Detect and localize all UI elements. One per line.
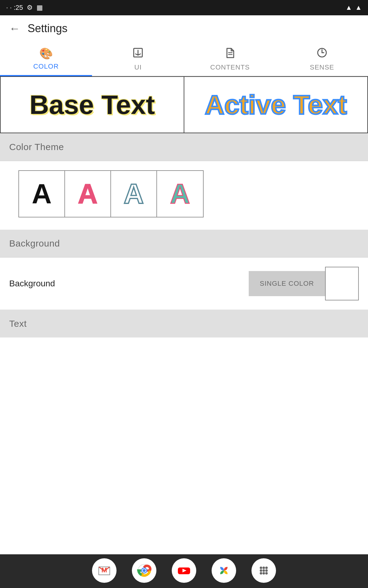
preview-container: Base Text Active Text [0,76,368,133]
background-section-label: Background [9,238,60,248]
tab-ui[interactable]: UI [92,42,184,76]
nav-youtube[interactable] [172,558,196,583]
background-section-header: Background [0,230,368,257]
status-right: ▲ ▲ [345,4,362,12]
contents-tab-label: CONTENTS [210,63,250,71]
svg-point-25 [265,569,268,572]
svg-point-24 [263,569,265,572]
tab-contents[interactable]: CONTENTS [184,42,276,76]
nav-apps[interactable] [251,558,276,583]
wifi-icon: ▲ [345,4,352,12]
background-area: Background SINGLE COLOR [0,258,368,310]
contents-tab-icon [224,47,236,61]
status-time: · · :25 [6,4,23,12]
svg-point-23 [260,569,262,572]
tabs-container: 🎨 COLOR UI CONTENTS [0,42,368,76]
single-color-option[interactable]: SINGLE COLOR [249,271,325,296]
color-tab-icon: 🎨 [39,47,53,60]
base-text-preview: Base Text [29,89,155,120]
background-row: Background SINGLE COLOR [9,267,359,300]
swatch-black[interactable]: A [19,171,65,217]
svg-point-14 [143,569,146,572]
tab-sense[interactable]: SENSE [276,42,368,76]
svg-point-21 [263,567,265,569]
header: ← Settings [0,15,368,42]
nav-chrome[interactable] [132,558,156,583]
nav-gmail[interactable]: M [92,558,117,583]
status-left: · · :25 ⚙ ▦ [6,4,43,12]
tab-color[interactable]: 🎨 COLOR [0,42,92,76]
color-theme-area: A A A A [0,161,368,230]
text-section-label: Text [9,318,27,329]
active-text-preview: Active Text [205,89,347,120]
back-button[interactable]: ← [9,22,20,35]
color-theme-label: Color Theme [9,142,64,152]
color-tab-label: COLOR [33,62,59,70]
nav-photos[interactable] [212,558,236,583]
svg-point-22 [265,567,268,569]
swatch-letter-pink: A [78,178,98,210]
sense-tab-icon [316,47,328,61]
signal-icon: ▲ [355,4,362,12]
swatch-pink[interactable]: A [65,171,111,217]
sense-tab-label: SENSE [310,63,334,71]
preview-base: Base Text [1,77,184,133]
swatch-letter-black: A [32,178,52,210]
ui-tab-label: UI [134,63,142,71]
svg-point-28 [265,572,268,575]
status-bar: · · :25 ⚙ ▦ ▲ ▲ [0,0,368,15]
white-color-option[interactable] [325,267,359,300]
ui-tab-icon [132,47,144,61]
svg-point-27 [263,572,265,575]
preview-active: Active Text [184,77,367,133]
background-label: Background [9,279,55,288]
svg-point-20 [260,567,262,569]
battery-icon: ▦ [36,4,43,12]
color-theme-header: Color Theme [0,133,368,161]
swatch-letter-multi: A [170,178,190,210]
settings-icon: ⚙ [27,4,33,12]
swatch-multi[interactable]: A [157,171,203,217]
bottom-nav: M [0,554,368,588]
swatch-outline[interactable]: A [111,171,157,217]
background-options: SINGLE COLOR [249,267,359,300]
swatch-row: A A A A [18,170,204,217]
page-title: Settings [28,22,67,35]
single-color-label: SINGLE COLOR [260,280,314,288]
svg-text:M: M [102,566,107,574]
text-section-header: Text [0,310,368,337]
swatch-letter-outline: A [124,178,144,210]
svg-point-26 [260,572,262,575]
